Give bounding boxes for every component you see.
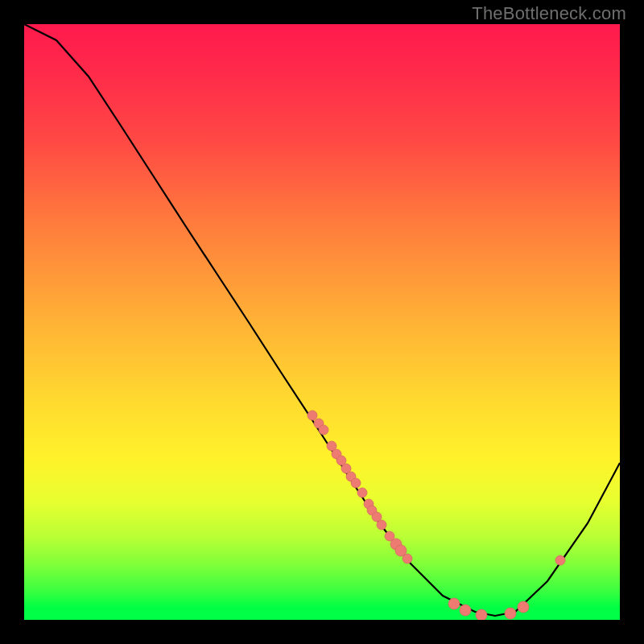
- data-point: [377, 520, 386, 530]
- plot-area: [24, 24, 620, 620]
- data-point: [448, 598, 460, 609]
- bottleneck-curve: [24, 24, 620, 616]
- watermark-text: TheBottleneck.com: [472, 3, 626, 24]
- data-point: [476, 609, 487, 620]
- data-point: [555, 555, 565, 565]
- data-point: [518, 601, 529, 613]
- data-point: [402, 554, 412, 564]
- data-point: [505, 608, 516, 619]
- data-point: [357, 488, 367, 497]
- data-point: [351, 478, 361, 488]
- data-point: [308, 411, 317, 420]
- curve-layer: [24, 24, 620, 620]
- data-point: [319, 425, 328, 435]
- chart-frame: TheBottleneck.com: [0, 0, 644, 644]
- data-point: [460, 605, 471, 616]
